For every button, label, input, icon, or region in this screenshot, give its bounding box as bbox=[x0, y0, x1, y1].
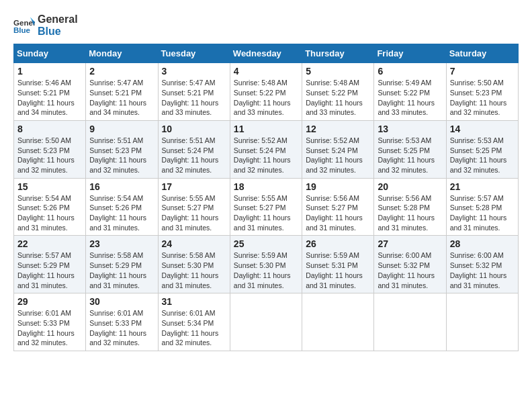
day-info: Sunrise: 5:59 AM Sunset: 5:31 PM Dayligh… bbox=[306, 250, 370, 290]
day-number: 31 bbox=[162, 296, 226, 307]
calendar-cell: 19 Sunrise: 5:56 AM Sunset: 5:27 PM Dayl… bbox=[302, 178, 374, 236]
day-number: 3 bbox=[162, 66, 226, 77]
day-info: Sunrise: 6:01 AM Sunset: 5:34 PM Dayligh… bbox=[162, 308, 226, 348]
calendar-cell: 20 Sunrise: 5:56 AM Sunset: 5:28 PM Dayl… bbox=[374, 178, 446, 236]
day-info: Sunrise: 5:53 AM Sunset: 5:25 PM Dayligh… bbox=[378, 136, 442, 175]
calendar-week-4: 22 Sunrise: 5:57 AM Sunset: 5:29 PM Dayl… bbox=[14, 236, 519, 293]
calendar-cell: 29 Sunrise: 6:01 AM Sunset: 5:33 PM Dayl… bbox=[14, 293, 86, 351]
weekday-saturday: Saturday bbox=[446, 44, 518, 63]
logo-blue: Blue bbox=[38, 26, 61, 37]
calendar-cell: 11 Sunrise: 5:52 AM Sunset: 5:24 PM Dayl… bbox=[230, 120, 302, 178]
day-info: Sunrise: 5:59 AM Sunset: 5:30 PM Dayligh… bbox=[234, 250, 298, 290]
day-number: 12 bbox=[306, 124, 370, 134]
weekday-thursday: Thursday bbox=[302, 44, 374, 63]
weekday-friday: Friday bbox=[374, 44, 446, 63]
day-info: Sunrise: 5:55 AM Sunset: 5:27 PM Dayligh… bbox=[234, 193, 298, 233]
calendar-cell: 6 Sunrise: 5:49 AM Sunset: 5:22 PM Dayli… bbox=[374, 63, 446, 121]
day-number: 2 bbox=[89, 66, 154, 77]
calendar-cell: 16 Sunrise: 5:54 AM Sunset: 5:26 PM Dayl… bbox=[86, 178, 158, 236]
day-info: Sunrise: 5:57 AM Sunset: 5:29 PM Dayligh… bbox=[17, 250, 82, 290]
calendar-cell: 30 Sunrise: 6:01 AM Sunset: 5:33 PM Dayl… bbox=[86, 293, 158, 351]
svg-text:Blue: Blue bbox=[13, 26, 31, 34]
calendar-cell: 10 Sunrise: 5:51 AM Sunset: 5:24 PM Dayl… bbox=[158, 120, 230, 178]
day-info: Sunrise: 5:57 AM Sunset: 5:28 PM Dayligh… bbox=[450, 193, 515, 233]
day-number: 7 bbox=[450, 66, 515, 77]
calendar-cell: 28 Sunrise: 6:00 AM Sunset: 5:32 PM Dayl… bbox=[446, 236, 518, 293]
day-number: 17 bbox=[162, 181, 226, 192]
day-number: 6 bbox=[378, 66, 442, 77]
day-info: Sunrise: 5:48 AM Sunset: 5:22 PM Dayligh… bbox=[234, 78, 298, 118]
day-number: 8 bbox=[17, 124, 82, 134]
calendar-cell: 7 Sunrise: 5:50 AM Sunset: 5:23 PM Dayli… bbox=[446, 63, 518, 121]
calendar-cell bbox=[302, 293, 374, 351]
calendar-cell: 31 Sunrise: 6:01 AM Sunset: 5:34 PM Dayl… bbox=[158, 293, 230, 351]
day-info: Sunrise: 5:56 AM Sunset: 5:28 PM Dayligh… bbox=[378, 193, 442, 233]
day-number: 27 bbox=[378, 238, 442, 249]
day-info: Sunrise: 5:49 AM Sunset: 5:22 PM Dayligh… bbox=[378, 78, 442, 118]
day-number: 19 bbox=[306, 181, 370, 192]
calendar-cell: 17 Sunrise: 5:55 AM Sunset: 5:27 PM Dayl… bbox=[158, 178, 230, 236]
calendar-cell: 13 Sunrise: 5:53 AM Sunset: 5:25 PM Dayl… bbox=[374, 120, 446, 178]
calendar-week-3: 15 Sunrise: 5:54 AM Sunset: 5:26 PM Dayl… bbox=[14, 178, 519, 236]
weekday-sunday: Sunday bbox=[14, 44, 86, 63]
calendar-week-1: 1 Sunrise: 5:46 AM Sunset: 5:21 PM Dayli… bbox=[14, 63, 519, 121]
calendar-cell: 21 Sunrise: 5:57 AM Sunset: 5:28 PM Dayl… bbox=[446, 178, 518, 236]
calendar-cell: 1 Sunrise: 5:46 AM Sunset: 5:21 PM Dayli… bbox=[14, 63, 86, 121]
day-number: 14 bbox=[450, 124, 515, 134]
day-number: 25 bbox=[234, 238, 298, 249]
calendar-cell: 23 Sunrise: 5:58 AM Sunset: 5:29 PM Dayl… bbox=[86, 236, 158, 293]
weekday-tuesday: Tuesday bbox=[158, 44, 230, 63]
calendar-cell: 24 Sunrise: 5:58 AM Sunset: 5:30 PM Dayl… bbox=[158, 236, 230, 293]
page-header: General Blue General Blue bbox=[13, 13, 519, 37]
day-info: Sunrise: 5:51 AM Sunset: 5:23 PM Dayligh… bbox=[89, 136, 154, 175]
day-info: Sunrise: 5:55 AM Sunset: 5:27 PM Dayligh… bbox=[162, 193, 226, 233]
calendar-week-5: 29 Sunrise: 6:01 AM Sunset: 5:33 PM Dayl… bbox=[14, 293, 519, 351]
calendar-cell bbox=[446, 293, 518, 351]
day-number: 11 bbox=[234, 124, 298, 134]
calendar-cell: 5 Sunrise: 5:48 AM Sunset: 5:22 PM Dayli… bbox=[302, 63, 374, 121]
calendar-cell bbox=[230, 293, 302, 351]
day-info: Sunrise: 5:48 AM Sunset: 5:22 PM Dayligh… bbox=[306, 78, 370, 118]
day-info: Sunrise: 5:50 AM Sunset: 5:23 PM Dayligh… bbox=[450, 78, 515, 118]
day-number: 9 bbox=[89, 124, 154, 134]
calendar-cell: 15 Sunrise: 5:54 AM Sunset: 5:26 PM Dayl… bbox=[14, 178, 86, 236]
day-info: Sunrise: 6:01 AM Sunset: 5:33 PM Dayligh… bbox=[17, 308, 82, 348]
calendar-cell: 9 Sunrise: 5:51 AM Sunset: 5:23 PM Dayli… bbox=[86, 120, 158, 178]
day-number: 1 bbox=[17, 66, 82, 77]
weekday-wednesday: Wednesday bbox=[230, 44, 302, 63]
calendar-cell: 8 Sunrise: 5:50 AM Sunset: 5:23 PM Dayli… bbox=[14, 120, 86, 178]
day-number: 28 bbox=[450, 238, 515, 249]
calendar-cell: 27 Sunrise: 6:00 AM Sunset: 5:32 PM Dayl… bbox=[374, 236, 446, 293]
day-info: Sunrise: 5:51 AM Sunset: 5:24 PM Dayligh… bbox=[162, 136, 226, 175]
day-info: Sunrise: 6:00 AM Sunset: 5:32 PM Dayligh… bbox=[378, 250, 442, 290]
calendar-cell: 14 Sunrise: 5:53 AM Sunset: 5:25 PM Dayl… bbox=[446, 120, 518, 178]
day-info: Sunrise: 6:00 AM Sunset: 5:32 PM Dayligh… bbox=[450, 250, 515, 290]
day-number: 23 bbox=[89, 238, 154, 249]
calendar-cell: 12 Sunrise: 5:52 AM Sunset: 5:24 PM Dayl… bbox=[302, 120, 374, 178]
day-info: Sunrise: 5:58 AM Sunset: 5:30 PM Dayligh… bbox=[162, 250, 226, 290]
day-info: Sunrise: 5:58 AM Sunset: 5:29 PM Dayligh… bbox=[89, 250, 154, 290]
day-number: 29 bbox=[17, 296, 82, 307]
calendar-cell: 18 Sunrise: 5:55 AM Sunset: 5:27 PM Dayl… bbox=[230, 178, 302, 236]
weekday-monday: Monday bbox=[86, 44, 158, 63]
logo: General Blue General Blue bbox=[13, 13, 78, 37]
day-number: 21 bbox=[450, 181, 515, 192]
calendar-cell: 4 Sunrise: 5:48 AM Sunset: 5:22 PM Dayli… bbox=[230, 63, 302, 121]
day-info: Sunrise: 5:53 AM Sunset: 5:25 PM Dayligh… bbox=[450, 136, 515, 175]
calendar-body: 1 Sunrise: 5:46 AM Sunset: 5:21 PM Dayli… bbox=[14, 63, 519, 351]
day-number: 4 bbox=[234, 66, 298, 77]
day-info: Sunrise: 5:47 AM Sunset: 5:21 PM Dayligh… bbox=[162, 78, 226, 118]
day-info: Sunrise: 5:52 AM Sunset: 5:24 PM Dayligh… bbox=[234, 136, 298, 175]
day-number: 18 bbox=[234, 181, 298, 192]
day-number: 22 bbox=[17, 238, 82, 249]
day-info: Sunrise: 5:46 AM Sunset: 5:21 PM Dayligh… bbox=[17, 78, 82, 118]
logo-icon: General Blue bbox=[13, 15, 35, 36]
day-number: 16 bbox=[89, 181, 154, 192]
calendar-cell: 2 Sunrise: 5:47 AM Sunset: 5:21 PM Dayli… bbox=[86, 63, 158, 121]
day-number: 24 bbox=[162, 238, 226, 249]
day-info: Sunrise: 5:47 AM Sunset: 5:21 PM Dayligh… bbox=[89, 78, 154, 118]
logo-general: General bbox=[38, 13, 78, 25]
day-number: 5 bbox=[306, 66, 370, 77]
day-info: Sunrise: 5:50 AM Sunset: 5:23 PM Dayligh… bbox=[17, 136, 82, 175]
calendar-table: SundayMondayTuesdayWednesdayThursdayFrid… bbox=[13, 44, 519, 351]
